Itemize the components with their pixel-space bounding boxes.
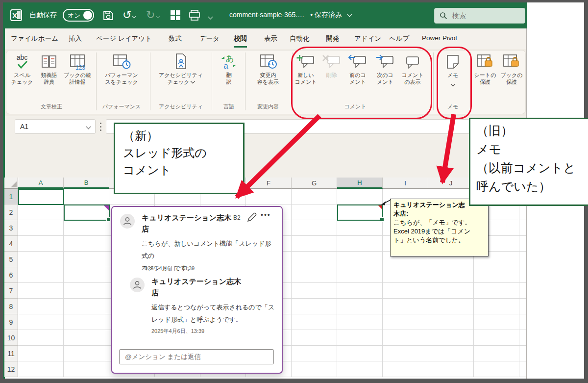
save-icon[interactable] (102, 9, 115, 24)
row-header-6[interactable]: 6 (4, 267, 18, 283)
performance-icon (112, 52, 131, 72)
group-label-accessibility: アクセシビリティ (155, 103, 207, 110)
fill-handle[interactable] (106, 217, 111, 222)
row-header-1[interactable]: 1 (4, 189, 18, 204)
thesaurus-button[interactable]: 類義語 辞典 (35, 52, 63, 99)
row-header-9[interactable]: 9 (4, 314, 18, 330)
name-box-value: A1 (20, 123, 28, 130)
tab-review-active[interactable]: 校閲 (234, 34, 247, 48)
avatar (120, 214, 135, 229)
row-header-5[interactable]: 5 (4, 252, 18, 267)
svg-text:123: 123 (75, 64, 85, 70)
column-header-F[interactable]: F (246, 178, 292, 189)
name-box[interactable]: A1 (15, 119, 96, 134)
translate-button[interactable]: あa 翻 訳 (218, 52, 240, 99)
latin-a: a (223, 61, 228, 70)
tab-page-layout[interactable]: ページ レイアウト (96, 34, 152, 43)
edit-comment-icon[interactable] (246, 212, 257, 225)
autosave-state: オン (68, 11, 81, 20)
column-header-A[interactable]: A (18, 178, 64, 189)
row-header-7[interactable]: 7 (4, 283, 18, 299)
check-performance-button[interactable]: パフォーマン スをチェック (99, 52, 144, 99)
fill-handle[interactable] (380, 217, 384, 222)
translate-icon: あa (220, 52, 238, 72)
show-changes-button[interactable]: 変更内 容を表示 (247, 52, 289, 99)
toolbar-more-icon[interactable] (209, 13, 212, 22)
tab-help[interactable]: ヘルプ (389, 34, 409, 43)
column-header-G[interactable]: G (292, 178, 337, 189)
protect-sheet-button[interactable]: シートの 保護 (472, 52, 498, 99)
row-header-10[interactable]: 10 (4, 330, 18, 346)
tab-insert[interactable]: 挿入 (69, 34, 82, 43)
note-cell-H2[interactable] (337, 204, 383, 221)
dropdown-chevron-icon (190, 79, 195, 84)
callout-new-threaded-comment: （新） スレッド形式の コメント (114, 123, 245, 194)
column-header-H[interactable]: H (337, 178, 383, 189)
reply-body: 返信するとつながって表示されるので「ス レッド形式」と呼ぶようです。 (151, 301, 275, 326)
accessibility-check-button[interactable]: アクセシビリティ チェック (155, 52, 207, 99)
view-grid-icon[interactable] (171, 10, 180, 20)
note-body: こちらが、「メモ」です。 Excel 2019までは「コメン ト」という名前でし… (393, 218, 485, 245)
tab-power-pivot[interactable]: Power Pivot (422, 34, 457, 42)
reply-input[interactable] (119, 349, 274, 364)
comment-cell-ref: B2 (233, 214, 241, 221)
comment-cell-B2[interactable] (64, 204, 110, 221)
print-icon[interactable] (188, 9, 201, 23)
tab-automate[interactable]: 自動化 (290, 34, 310, 43)
tab-developer[interactable]: 開発 (326, 34, 339, 43)
excel-logo-icon[interactable]: X (10, 9, 23, 22)
formula-bar-divider-dots (100, 123, 101, 124)
row-header-4[interactable]: 4 (4, 236, 18, 252)
row-header-11[interactable]: 11 (4, 346, 18, 361)
group-label-language: 言語 (218, 103, 240, 110)
note-popup: キュリオステーション志 木店: こちらが、「メモ」です。 Excel 2019ま… (390, 199, 489, 256)
select-all-triangle-icon (11, 181, 17, 187)
svg-text:X: X (12, 11, 17, 20)
group-label-proofing: 文章校正 (10, 103, 93, 110)
row-header-3[interactable]: 3 (4, 220, 18, 236)
row-header-12[interactable]: 12 (4, 361, 18, 377)
search-icon (440, 12, 447, 20)
column-header-J[interactable]: J (428, 178, 474, 189)
tab-view[interactable]: 表示 (264, 34, 277, 43)
group-label-performance: パフォーマンス (99, 103, 144, 110)
tab-data[interactable]: データ (199, 34, 220, 43)
tab-formulas[interactable]: 数式 (169, 34, 182, 43)
redo-icon[interactable]: ↻ (146, 9, 159, 22)
avatar (130, 278, 145, 292)
tab-file[interactable]: ファイル (11, 34, 38, 43)
search-box[interactable] (434, 8, 525, 24)
more-actions-icon[interactable]: ••• (261, 211, 271, 219)
saved-status[interactable]: • 保存済み (310, 11, 342, 19)
active-cell-A1[interactable] (18, 189, 64, 205)
filename: comment-sample-365.… (229, 11, 304, 19)
column-header-I[interactable]: I (383, 178, 428, 189)
note-connector-arrow (377, 196, 393, 207)
column-header-B[interactable]: B (64, 178, 109, 189)
reply-author: キュリオステーション志木 店 (151, 276, 247, 298)
tab-addins[interactable]: アドイン (354, 34, 381, 43)
comment-author: キュリオステーション志木 店 (142, 212, 237, 234)
threaded-comment-card: キュリオステーション志木 店 B2 ••• こちらが、新しいコメント機能「スレッ… (111, 206, 283, 374)
notes-group-highlight (437, 47, 472, 119)
tab-home[interactable]: ホーム (38, 34, 58, 43)
protect-workbook-button[interactable]: ブックの 保護 (499, 52, 524, 99)
comment-timestamp: 2025年4月6日、13:39 (142, 265, 195, 272)
accessibility-icon (173, 52, 189, 72)
row-header-8[interactable]: 8 (4, 299, 18, 314)
spell-check-icon: abc (15, 52, 29, 72)
autosave-toggle[interactable]: オン (63, 9, 94, 22)
abc-text: abc (17, 53, 28, 61)
toggle-knob (83, 11, 92, 20)
row-header-2[interactable]: 2 (4, 204, 18, 220)
workbook-statistics-button[interactable]: 123 ブックの統 計情報 (62, 52, 93, 99)
select-all-corner[interactable] (4, 178, 18, 189)
title-bar: X 自動保存 オン ↺ ↻ comment-sample-365.… • 保存済… (3, 2, 527, 28)
person-icon (122, 215, 133, 227)
undo-icon[interactable]: ↺ (122, 9, 136, 22)
protect-sheet-icon (475, 52, 495, 72)
spell-check-button[interactable]: abc スペル チェック (10, 52, 34, 99)
comment-indicator-triangle-icon (104, 205, 109, 210)
thesaurus-icon (40, 52, 58, 72)
search-input[interactable] (451, 10, 520, 21)
